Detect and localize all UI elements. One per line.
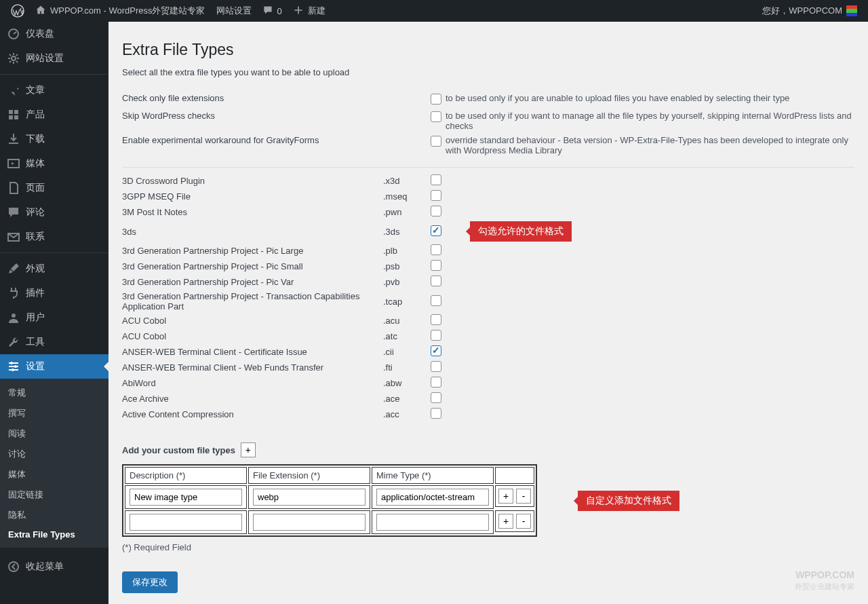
filetype-checkbox[interactable]: [431, 244, 441, 255]
filetypes-list: 3D Crossword Plugin.x3d3GPP MSEQ File.ms…: [122, 173, 854, 422]
submenu-item[interactable]: 固定链接: [0, 485, 108, 505]
filetype-ext: .mseq: [383, 191, 431, 202]
option-desc: to be used only if you want to manage al…: [446, 111, 854, 131]
filetype-checkbox[interactable]: [431, 225, 441, 236]
option-checkbox[interactable]: [431, 94, 441, 105]
option-label: Skip WordPress checks: [122, 111, 431, 121]
submenu-item[interactable]: 隐私: [0, 505, 108, 525]
remove-row-button[interactable]: -: [516, 514, 531, 529]
svg-point-2: [12, 56, 16, 60]
sidebar-item-gear[interactable]: 网站设置: [0, 46, 108, 71]
sidebar-item-sliders[interactable]: 设置: [0, 354, 108, 379]
sidebar-item-dashboard[interactable]: 仪表盘: [0, 22, 108, 46]
add-row-button[interactable]: +: [498, 489, 513, 504]
comments-link[interactable]: 0: [257, 0, 288, 22]
filetype-checkbox[interactable]: [431, 276, 441, 286]
site-name: WPPOP.com - WordPress外贸建站专家: [50, 5, 205, 17]
sidebar-item-user[interactable]: 用户: [0, 305, 108, 330]
option-desc: override standard behaviour - Beta versi…: [446, 135, 854, 155]
custom-mime-input[interactable]: [376, 514, 489, 531]
wp-logo[interactable]: [5, 0, 30, 22]
option-checkbox[interactable]: [431, 136, 441, 147]
wrench-icon: [7, 335, 20, 349]
custom-types-heading: Add your custom file types +: [122, 442, 854, 457]
add-custom-type-button[interactable]: +: [241, 442, 256, 457]
svg-point-12: [9, 562, 18, 571]
custom-mime-input[interactable]: [376, 489, 489, 506]
site-settings-link[interactable]: 网站设置: [211, 0, 257, 22]
filetype-name: ANSER-WEB Terminal Client - Certificate …: [122, 347, 383, 357]
sidebar-item-comment[interactable]: 评论: [0, 200, 108, 225]
collapse-icon: [7, 560, 20, 573]
filetype-ext: .cii: [383, 347, 431, 357]
filetype-checkbox[interactable]: [431, 408, 441, 419]
account-link[interactable]: 您好，WPPOPCOM: [757, 0, 863, 22]
filetype-name: ACU Cobol: [122, 316, 383, 326]
sidebar-item-pin[interactable]: 文章: [0, 78, 108, 102]
sidebar-item-plug[interactable]: 插件: [0, 281, 108, 305]
filetype-ext: .pvb: [383, 277, 431, 287]
filetype-checkbox[interactable]: [431, 295, 441, 306]
custom-ext-input[interactable]: [253, 489, 366, 506]
filetype-checkbox[interactable]: [431, 392, 441, 403]
grid-icon: [7, 108, 20, 121]
submenu-item[interactable]: 阅读: [0, 423, 108, 444]
filetype-checkbox[interactable]: [431, 345, 441, 356]
filetype-ext: .plb: [383, 246, 431, 256]
submenu-item[interactable]: 媒体: [0, 464, 108, 485]
remove-row-button[interactable]: -: [516, 489, 531, 504]
filetype-checkbox[interactable]: [431, 260, 441, 271]
filetype-ext: .psb: [383, 261, 431, 271]
submenu-item[interactable]: 撰写: [0, 403, 108, 423]
filetype-checkbox[interactable]: [431, 314, 441, 325]
svg-rect-5: [9, 115, 13, 119]
plug-icon: [7, 286, 20, 300]
sliders-icon: [7, 360, 20, 373]
filetype-checkbox[interactable]: [431, 190, 441, 201]
collapse-menu[interactable]: 收起菜单: [0, 554, 108, 579]
new-link[interactable]: 新建: [288, 0, 331, 22]
filetype-callout: 勾选允许的文件格式: [470, 221, 572, 242]
table-header: Mime Type (*): [372, 467, 494, 484]
filetype-name: 3rd Generation Partnership Project - Pic…: [122, 261, 383, 271]
sidebar-item-brush[interactable]: 外观: [0, 257, 108, 281]
filetype-checkbox[interactable]: [431, 330, 441, 341]
sidebar-item-download[interactable]: 下载: [0, 127, 108, 151]
sidebar-item-grid[interactable]: 产品: [0, 102, 108, 127]
filetype-name: AbiWord: [122, 378, 383, 388]
sidebar-item-media[interactable]: 媒体: [0, 151, 108, 176]
watermark: WPPOP.COM 外贸企业建站专家: [795, 569, 854, 592]
comment-icon: [262, 5, 273, 18]
filetype-checkbox[interactable]: [431, 361, 441, 372]
svg-rect-6: [14, 115, 18, 119]
filetype-name: 3ds: [122, 227, 383, 237]
svg-rect-3: [9, 110, 13, 114]
filetype-checkbox[interactable]: [431, 377, 441, 388]
gear-icon: [7, 52, 20, 65]
sidebar-item-mail[interactable]: 联系: [0, 225, 108, 249]
filetype-ext: .ace: [383, 394, 431, 404]
custom-desc-input[interactable]: [130, 514, 242, 531]
filetype-checkbox[interactable]: [431, 174, 441, 185]
svg-point-9: [10, 362, 13, 364]
sidebar-item-wrench[interactable]: 工具: [0, 330, 108, 354]
filetype-checkbox[interactable]: [431, 206, 441, 216]
sidebar-item-page[interactable]: 页面: [0, 176, 108, 200]
table-header: Description (*): [125, 467, 247, 484]
option-checkbox[interactable]: [431, 111, 441, 122]
submenu-item[interactable]: 常规: [0, 383, 108, 403]
filetype-name: 3GPP MSEQ File: [122, 191, 383, 202]
filetype-ext: .pwn: [383, 207, 431, 217]
custom-desc-input[interactable]: [130, 489, 242, 506]
submenu-item[interactable]: 讨论: [0, 444, 108, 464]
site-name-link[interactable]: WPPOP.com - WordPress外贸建站专家: [30, 0, 211, 22]
avatar: [846, 5, 857, 16]
custom-ext-input[interactable]: [253, 514, 366, 531]
svg-point-10: [14, 365, 17, 368]
add-row-button[interactable]: +: [498, 514, 513, 529]
submenu-item[interactable]: Extra File Types: [0, 525, 108, 544]
filetype-name: 3M Post It Notes: [122, 207, 383, 217]
filetype-name: 3D Crossword Plugin: [122, 176, 383, 186]
filetype-name: 3rd Generation Partnership Project - Tra…: [122, 291, 383, 312]
save-button[interactable]: 保存更改: [122, 571, 178, 593]
